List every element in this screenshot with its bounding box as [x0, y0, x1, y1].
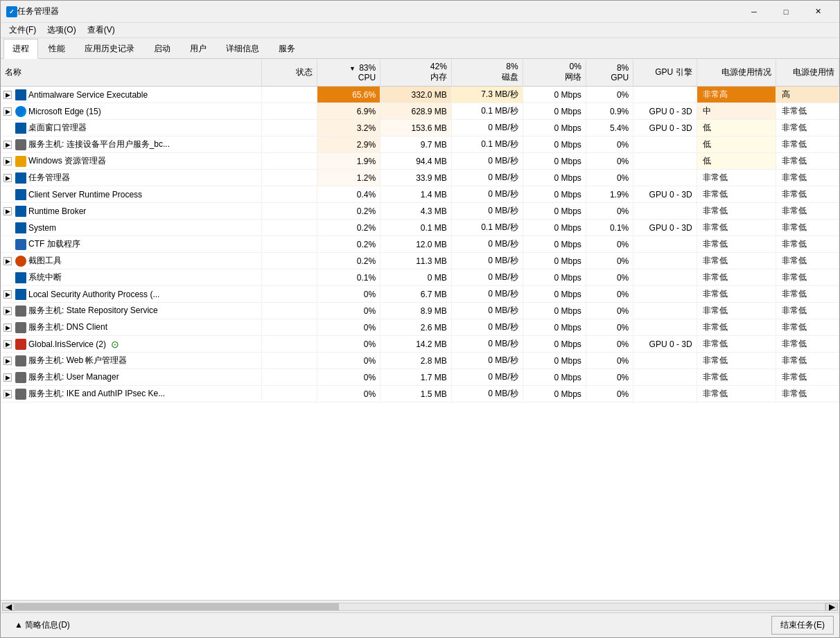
gpu-cell: 0.1% [586, 220, 633, 236]
table-row[interactable]: ▶ 服务主机: DNS Client 0%2.6 MB0 MB/秒0 Mbps0… [1, 319, 839, 336]
mem-cell: 0 MB [380, 269, 452, 286]
expand-button[interactable]: ▶ [3, 157, 12, 166]
table-row[interactable]: ▶ 服务主机: IKE and AuthIP IPsec Ke... 0%1.5… [1, 386, 839, 402]
power-use-cell: 非常低 [776, 236, 839, 253]
expand-button[interactable]: ▶ [3, 373, 12, 382]
tab-details[interactable]: 详细信息 [217, 39, 268, 58]
tab-services[interactable]: 服务 [270, 39, 304, 58]
expand-button[interactable]: ▶ [3, 141, 12, 149]
col-header-power[interactable]: 电源使用情况 [697, 59, 776, 87]
table-row[interactable]: ▶ Runtime Broker 0.2%4.3 MB0 MB/秒0 Mbps0… [1, 203, 839, 220]
table-row[interactable]: 桌面窗口管理器 3.2%153.6 MB0 MB/秒0 Mbps5.4%GPU … [1, 120, 839, 136]
disk-cell: 0 MB/秒 [451, 369, 523, 386]
tab-startup[interactable]: 启动 [145, 39, 180, 58]
name-wrapper: ▶ 任务管理器 [3, 172, 257, 184]
col-header-cpu[interactable]: ▼ 83% CPU [317, 59, 380, 87]
table-row[interactable]: ▶ 服务主机: Web 帐户管理器 0%2.8 MB0 MB/秒0 Mbps0%… [1, 353, 839, 369]
expand-button[interactable]: ▶ [3, 324, 12, 332]
tab-bar: 进程 性能 应用历史记录 启动 用户 详细信息 服务 [1, 38, 839, 59]
name-wrapper: ▶ Antimalware Service Executable [3, 89, 257, 100]
scroll-thumb[interactable] [15, 603, 339, 610]
tab-users[interactable]: 用户 [181, 39, 216, 58]
menu-file[interactable]: 文件(F) [3, 23, 42, 37]
scroll-right-btn[interactable]: ▶ [825, 603, 838, 611]
tab-app-history[interactable]: 应用历史记录 [76, 39, 143, 58]
mem-cell: 33.9 MB [380, 170, 452, 186]
process-name: 服务主机: Web 帐户管理器 [28, 355, 127, 366]
table-row[interactable]: CTF 加载程序 0.2%12.0 MB0 MB/秒0 Mbps0%非常低非常低 [1, 236, 839, 253]
tab-process[interactable]: 进程 [3, 39, 38, 59]
horizontal-scrollbar[interactable]: ◀ ▶ [1, 600, 839, 612]
gpu-cell: 0% [586, 336, 633, 353]
mem-cell: 628.9 MB [380, 103, 452, 120]
table-row[interactable]: 系统中断 0.1%0 MB0 MB/秒0 Mbps0%非常低非常低 [1, 269, 839, 286]
expand-button[interactable]: ▶ [3, 174, 12, 182]
table-row[interactable]: ▶ 服务主机: State Repository Service 0%8.9 M… [1, 303, 839, 319]
name-wrapper: 桌面窗口管理器 [3, 122, 257, 134]
table-row[interactable]: System 0.2%0.1 MB0.1 MB/秒0 Mbps0.1%GPU 0… [1, 220, 839, 236]
expand-button[interactable]: ▶ [3, 207, 12, 215]
expand-button[interactable]: ▶ [3, 357, 12, 365]
table-row[interactable]: ▶ Microsoft Edge (15) 6.9%628.9 MB0.1 MB… [1, 103, 839, 120]
tab-performance[interactable]: 性能 [40, 39, 74, 58]
power-use-cell: 非常低 [776, 253, 839, 269]
menu-bar: 文件(F) 选项(O) 查看(V) [1, 23, 839, 38]
disk-cell: 0 MB/秒 [451, 319, 523, 336]
net-cell: 0 Mbps [523, 136, 586, 153]
gpu-cell: 0% [586, 369, 633, 386]
expand-button[interactable]: ▶ [3, 390, 12, 398]
app-icon: ✓ [6, 6, 17, 17]
table-row[interactable]: ▶ Windows 资源管理器 1.9%94.4 MB0 MB/秒0 Mbps0… [1, 153, 839, 170]
status-cell [262, 136, 317, 153]
end-task-button[interactable]: 结束任务(E) [771, 616, 834, 635]
table-row[interactable]: ▶ 任务管理器 1.2%33.9 MB0 MB/秒0 Mbps0%非常低非常低 [1, 170, 839, 186]
process-icon [15, 289, 26, 300]
col-header-power-use[interactable]: 电源使用情 [776, 59, 839, 87]
col-header-gpu-engine[interactable]: GPU 引擎 [633, 59, 697, 87]
gpu-engine-cell: GPU 0 - 3D [633, 120, 697, 136]
power-cell: 低 [697, 153, 776, 170]
minimize-button[interactable]: ─ [738, 1, 770, 23]
scroll-track[interactable] [15, 603, 825, 611]
toggle-brief-button[interactable]: ▲ 简略信息(D) [6, 617, 78, 634]
col-header-name[interactable]: 名称 [1, 59, 262, 87]
table-row[interactable]: ▶ 截图工具 0.2%11.3 MB0 MB/秒0 Mbps0%非常低非常低 [1, 253, 839, 269]
power-cell: 非常低 [697, 203, 776, 220]
col-header-mem[interactable]: 42% 内存 [380, 59, 452, 87]
maximize-button[interactable]: □ [770, 1, 802, 23]
col-header-net[interactable]: 0% 网络 [523, 59, 586, 87]
power-use-cell: 高 [776, 87, 839, 103]
process-name: Global.IrisService (2) [28, 339, 106, 349]
expand-button[interactable]: ▶ [3, 107, 12, 116]
table-row[interactable]: ▶ Global.IrisService (2) ⊙ 0%14.2 MB0 MB… [1, 336, 839, 353]
expand-button[interactable]: ▶ [3, 340, 12, 348]
process-name: 服务主机: IKE and AuthIP IPsec Ke... [28, 388, 165, 400]
table-row[interactable]: ▶ Local Security Authority Process (... … [1, 286, 839, 303]
expand-button[interactable]: ▶ [3, 91, 12, 99]
gpu-engine-cell [633, 87, 697, 103]
gpu-cell: 0% [586, 170, 633, 186]
process-table-container[interactable]: 名称 状态 ▼ 83% CPU 42% 内存 [1, 59, 839, 600]
status-cell [262, 120, 317, 136]
col-header-status[interactable]: 状态 [262, 59, 317, 87]
close-button[interactable]: ✕ [802, 1, 834, 23]
menu-view[interactable]: 查看(V) [82, 23, 121, 37]
table-row[interactable]: Client Server Runtime Process 0.4%1.4 MB… [1, 186, 839, 203]
disk-cell: 0 MB/秒 [451, 186, 523, 203]
scroll-left-btn[interactable]: ◀ [2, 603, 15, 611]
col-header-disk[interactable]: 8% 磁盘 [451, 59, 523, 87]
gpu-cell: 5.4% [586, 120, 633, 136]
process-icon [15, 322, 26, 333]
menu-options[interactable]: 选项(O) [42, 23, 81, 37]
gpu-engine-cell [633, 286, 697, 303]
gpu-engine-cell [633, 303, 697, 319]
expand-button[interactable]: ▶ [3, 257, 12, 265]
expand-button[interactable]: ▶ [3, 290, 12, 299]
gpu-cell: 0% [586, 236, 633, 253]
table-row[interactable]: ▶ Antimalware Service Executable 65.6%33… [1, 87, 839, 103]
gpu-cell: 0% [586, 303, 633, 319]
table-row[interactable]: ▶ 服务主机: 连接设备平台用户服务_bc... 2.9%9.7 MB0.1 M… [1, 136, 839, 153]
table-row[interactable]: ▶ 服务主机: User Manager 0%1.7 MB0 MB/秒0 Mbp… [1, 369, 839, 386]
expand-button[interactable]: ▶ [3, 307, 12, 315]
col-header-gpu[interactable]: 8% GPU [586, 59, 633, 87]
